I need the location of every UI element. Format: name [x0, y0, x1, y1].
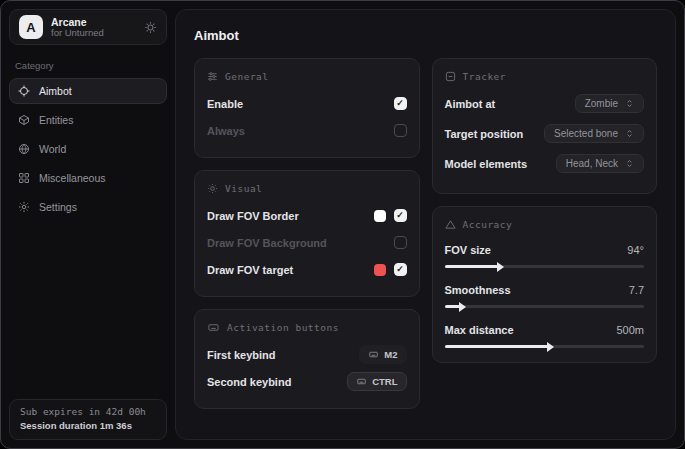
sidebar-item-label: Aimbot: [39, 85, 72, 97]
slider-thumb[interactable]: [459, 302, 466, 312]
brand-logo: A: [19, 15, 43, 39]
max-distance-slider-group: Max distance 500m: [445, 321, 645, 348]
slider-fill: [445, 265, 499, 268]
sidebar-item-label: Entities: [39, 114, 73, 126]
slider-fill: [445, 305, 461, 308]
setting-row-model-elements: Model elements Head, Neck: [445, 153, 645, 174]
setting-label: First keybind: [207, 349, 275, 361]
gear-icon: [18, 201, 30, 213]
fov-target-checkbox[interactable]: [394, 263, 407, 276]
slider-thumb[interactable]: [497, 262, 504, 272]
setting-row-second-keybind: Second keybind CTRL: [207, 371, 407, 392]
setting-label: Draw FOV target: [207, 264, 293, 276]
slider-label: Max distance: [445, 324, 514, 336]
main-panel: Aimbot General Enable: [175, 9, 676, 440]
target-position-select[interactable]: Selected bone: [544, 124, 644, 143]
keybind-value: M2: [384, 349, 397, 360]
section-title: Accuracy: [463, 219, 513, 230]
section-title: Activation buttons: [227, 322, 339, 333]
setting-row-fov-border: Draw FOV Border: [207, 205, 407, 226]
setting-row-aimbot-at: Aimbot at Zombie: [445, 93, 645, 114]
left-column: General Enable Always: [194, 58, 420, 421]
aimbot-at-select[interactable]: Zombie: [575, 94, 644, 113]
keyboard-icon: [368, 350, 379, 359]
smoothness-slider-group: Smoothness 7.7: [445, 281, 645, 308]
fov-background-checkbox[interactable]: [394, 236, 407, 249]
brand-name: Arcane: [51, 16, 104, 28]
gear-icon[interactable]: [144, 21, 157, 34]
first-keybind-button[interactable]: M2: [359, 345, 406, 364]
category-label: Category: [15, 60, 161, 71]
sidebar-item-miscellaneous[interactable]: Miscellaneous: [9, 165, 167, 191]
section-title: Visual: [225, 183, 262, 194]
keyboard-icon: [207, 322, 220, 333]
setting-label: Target position: [445, 128, 524, 140]
tracker-card: Tracker Aimbot at Zombie: [432, 58, 658, 194]
second-keybind-button[interactable]: CTRL: [347, 372, 406, 391]
chevrons-up-down-icon: [625, 128, 634, 139]
page-title: Aimbot: [194, 28, 657, 43]
smoothness-slider[interactable]: [445, 305, 645, 308]
fov-size-slider[interactable]: [445, 265, 645, 268]
brand-card: A Arcane for Unturned: [9, 9, 167, 45]
slider-label: Smoothness: [445, 284, 511, 296]
keybind-value: CTRL: [372, 376, 397, 387]
visual-card: Visual Draw FOV Border Draw FOV Backgrou…: [194, 170, 420, 297]
setting-row-fov-target: Draw FOV target: [207, 259, 407, 280]
setting-row-always: Always: [207, 120, 407, 141]
accuracy-card: Accuracy FOV size 94°: [432, 206, 658, 363]
fov-border-checkbox[interactable]: [394, 209, 407, 222]
setting-row-fov-background: Draw FOV Background: [207, 232, 407, 253]
color-swatch[interactable]: [374, 264, 386, 276]
slider-label: FOV size: [445, 244, 491, 256]
slider-fill: [445, 345, 549, 348]
section-title: Tracker: [463, 71, 507, 82]
sub-expiry-text: Sub expires in 42d 00h: [20, 405, 156, 419]
chevrons-up-down-icon: [625, 98, 634, 109]
sidebar-item-entities[interactable]: Entities: [9, 107, 167, 133]
sidebar-item-world[interactable]: World: [9, 136, 167, 162]
globe-icon: [18, 143, 30, 155]
sun-icon: [207, 183, 218, 194]
setting-label: Second keybind: [207, 376, 291, 388]
slider-value: 7.7: [629, 284, 644, 296]
brand-subtitle: for Unturned: [51, 28, 104, 39]
setting-label: Aimbot at: [445, 98, 496, 110]
triangle-icon: [445, 219, 456, 230]
select-value: Head, Neck: [566, 158, 618, 169]
activation-card: Activation buttons First keybind M2: [194, 309, 420, 409]
color-swatch[interactable]: [374, 210, 386, 222]
sidebar-item-label: Settings: [39, 201, 77, 213]
app-window: A Arcane for Unturned Category Aimbot: [0, 0, 685, 449]
slider-thumb[interactable]: [547, 342, 554, 352]
sidebar-item-aimbot[interactable]: Aimbot: [9, 78, 167, 104]
select-value: Zombie: [585, 98, 618, 109]
enable-checkbox[interactable]: [394, 97, 407, 110]
setting-label: Model elements: [445, 158, 528, 170]
sidebar-item-settings[interactable]: Settings: [9, 194, 167, 220]
slider-value: 500m: [616, 324, 644, 336]
section-title: General: [225, 71, 269, 82]
crosshair-icon: [18, 85, 30, 97]
sidebar-item-label: World: [39, 143, 66, 155]
setting-row-target-position: Target position Selected bone: [445, 123, 645, 144]
always-checkbox[interactable]: [394, 124, 407, 137]
session-duration-text: Session duration 1m 36s: [20, 419, 156, 433]
subscription-status: Sub expires in 42d 00h Session duration …: [9, 399, 167, 441]
slider-value: 94°: [627, 244, 644, 256]
setting-label: Draw FOV Border: [207, 210, 299, 222]
minus-square-icon: [445, 71, 456, 82]
fov-size-slider-group: FOV size 94°: [445, 241, 645, 268]
general-card: General Enable Always: [194, 58, 420, 158]
setting-label: Draw FOV Background: [207, 237, 327, 249]
model-elements-select[interactable]: Head, Neck: [556, 154, 644, 173]
max-distance-slider[interactable]: [445, 345, 645, 348]
select-value: Selected bone: [554, 128, 618, 139]
chevrons-up-down-icon: [625, 158, 634, 169]
setting-label: Always: [207, 125, 245, 137]
cube-icon: [18, 114, 30, 126]
sliders-icon: [207, 71, 218, 82]
setting-row-first-keybind: First keybind M2: [207, 344, 407, 365]
sidebar: A Arcane for Unturned Category Aimbot: [1, 1, 175, 448]
keyboard-icon: [356, 377, 367, 386]
